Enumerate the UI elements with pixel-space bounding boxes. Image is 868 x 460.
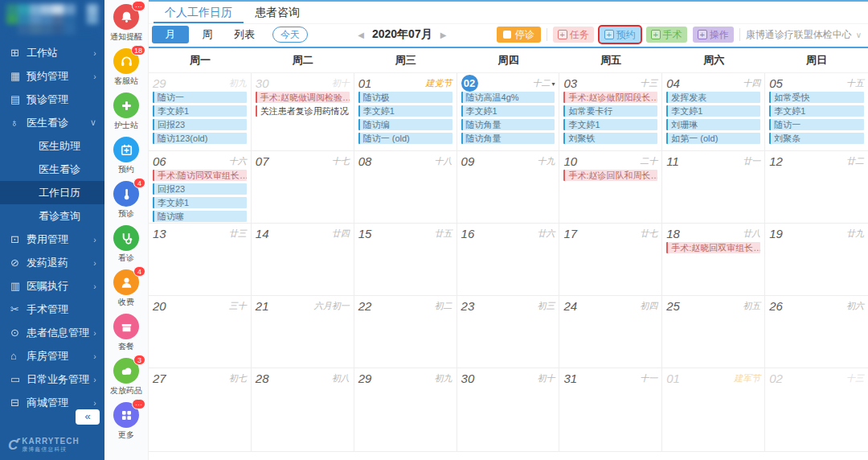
quick-dispense-drugs[interactable]: 3发放药品: [110, 358, 142, 396]
sidebar-item-visit-query[interactable]: 看诊查询: [0, 204, 104, 228]
event-appt[interactable]: 李文婷1: [769, 105, 864, 117]
calendar-cell-13[interactable]: 13廿三: [149, 224, 252, 296]
event-appt[interactable]: 随访噻: [153, 211, 247, 222]
quick-package[interactable]: 套餐: [113, 314, 139, 352]
event-appt[interactable]: 随访一 (old): [358, 133, 452, 144]
sidebar-item-medical-order[interactable]: ▥医嘱执行›: [0, 274, 104, 298]
calendar-cell-08[interactable]: 08十八: [354, 151, 457, 224]
add-任务-button[interactable]: +任务: [553, 27, 594, 43]
event-appt[interactable]: 随访123(old): [153, 133, 247, 144]
calendar-cell-10[interactable]: 10二十手术:赵诊回队和周长…: [559, 151, 662, 224]
sidebar-item-appointment-mgmt[interactable]: ▦预约管理›: [0, 64, 104, 88]
calendar-cell-21[interactable]: 21六月初一: [252, 296, 354, 368]
calendar-cell-01[interactable]: 01建军节: [662, 368, 765, 452]
calendar-cell-23[interactable]: 23初三: [457, 296, 560, 368]
calendar-cell-05[interactable]: 05十五如常受快李文婷1随访一刘聚条: [765, 73, 868, 151]
sidebar-item-work-calendar[interactable]: 工作日历: [0, 181, 104, 204]
sidebar-item-workstation[interactable]: ⊞工作站›: [0, 41, 104, 64]
event-appt[interactable]: 如常受快: [769, 92, 864, 103]
event-appt[interactable]: 刘珊琳: [666, 119, 760, 130]
quick-nurse-station[interactable]: 护士站: [113, 92, 139, 131]
calendar-cell-30[interactable]: 30初十: [457, 368, 560, 452]
event-task[interactable]: 关注患者复诊用药情况 ✓: [256, 105, 350, 117]
event-appt[interactable]: 随访高温4g%: [461, 92, 555, 103]
calendar-cell-16[interactable]: 16廿六: [457, 224, 560, 296]
calendar-cell-17[interactable]: 17廿七: [559, 224, 662, 296]
calendar-cell-18[interactable]: 18廿八手术:赵晓回双审组长…: [662, 224, 765, 296]
event-appt[interactable]: 刘聚条: [769, 133, 864, 144]
add-预约-button[interactable]: +预约: [600, 27, 641, 43]
sidebar-item-prediagnosis-mgmt[interactable]: ▤预诊管理: [0, 88, 104, 111]
event-appt[interactable]: 李文婷1: [563, 119, 657, 130]
event-appt[interactable]: 随访编: [358, 119, 452, 130]
calendar-cell-20[interactable]: 20三十: [149, 296, 252, 368]
calendar-cell-06[interactable]: 06十六手术:随访同双审组长…回报23李文婷1随访噻: [149, 151, 252, 224]
calendar-cell-15[interactable]: 15廿五: [354, 224, 457, 296]
sidebar-item-doctor-assistant[interactable]: 医生助理: [0, 134, 104, 158]
event-surgery[interactable]: 手术:赵诊回队和周长…: [563, 170, 657, 181]
calendar-cell-31[interactable]: 31十一: [559, 368, 662, 452]
sidebar-item-daily-business[interactable]: ▭日常业务管理›: [0, 368, 104, 391]
calendar-cell-14[interactable]: 14廿四: [252, 224, 354, 296]
calendar-cell-27[interactable]: 27初七: [149, 368, 252, 452]
event-surgery[interactable]: 手术:赵晓做调阅检验…: [256, 92, 350, 103]
calendar-cell-24[interactable]: 24初四: [559, 296, 662, 368]
quick-prediagnosis[interactable]: 4预诊: [113, 181, 139, 220]
view-列表[interactable]: 列表: [226, 26, 263, 43]
calendar-cell-26[interactable]: 26初六: [765, 296, 868, 368]
calendar-cell-28[interactable]: 28初八: [252, 368, 354, 452]
calendar-cell-03[interactable]: 03十三手术:赵诊做阴阳段长…如常要卡行李文婷1刘聚铁: [559, 73, 662, 151]
event-appt[interactable]: 如常要卡行: [563, 105, 657, 117]
calendar-cell-29[interactable]: 29初九随访一李文婷1回报23随访123(old): [149, 73, 252, 151]
calendar-cell-19[interactable]: 19廿九: [765, 224, 868, 296]
calendar-cell-25[interactable]: 25初五: [662, 296, 765, 368]
event-appt[interactable]: 随访一: [769, 119, 864, 130]
clinic-selector[interactable]: 康博通诊疗联盟体检中心 ∨: [746, 28, 862, 42]
add-操作-button[interactable]: +操作: [693, 27, 734, 43]
event-appt[interactable]: 李文婷1: [461, 105, 555, 117]
tab-personal-calendar[interactable]: 个人工作日历: [154, 2, 244, 23]
sidebar-item-warehouse[interactable]: ⌂库房管理›: [0, 344, 104, 368]
quick-notifications[interactable]: ···通知提醒: [110, 4, 142, 43]
next-month-icon[interactable]: ▶: [440, 31, 447, 39]
event-appt[interactable]: 李文婷1: [153, 105, 247, 117]
quick-appointment[interactable]: 预约: [113, 137, 139, 175]
event-appt[interactable]: 随访极: [358, 92, 452, 103]
event-appt[interactable]: 随访角量: [461, 119, 555, 130]
calendar-cell-22[interactable]: 22初二: [354, 296, 457, 368]
event-appt[interactable]: 随访一: [153, 92, 247, 103]
prev-month-icon[interactable]: ◀: [358, 31, 364, 39]
quick-charge[interactable]: 4收费: [113, 269, 139, 308]
quick-more[interactable]: ···更多: [113, 402, 139, 441]
sidebar-item-doctor-visit-sub[interactable]: 医生看诊: [0, 158, 104, 181]
calendar-cell-30[interactable]: 30初十手术:赵晓做调阅检验…关注患者复诊用药情况 ✓: [252, 73, 354, 151]
calendar-cell-09[interactable]: 09十九: [457, 151, 560, 224]
sidebar-item-surgery-mgmt[interactable]: ✂手术管理: [0, 298, 104, 321]
sidebar-item-dispense-return[interactable]: ⊘发药退药›: [0, 251, 104, 274]
event-surgery[interactable]: 手术:随访同双审组长…: [153, 170, 247, 181]
sidebar-item-doctor-visit[interactable]: ♁医生看诊∨: [0, 111, 104, 134]
event-appt[interactable]: 随访角量: [461, 133, 555, 144]
calendar-cell-07[interactable]: 07十七: [252, 151, 354, 224]
view-月[interactable]: 月: [152, 26, 189, 43]
sidebar-item-fee-mgmt[interactable]: ⊡费用管理›: [0, 228, 104, 251]
event-appt[interactable]: 李文婷1: [666, 105, 760, 117]
sidebar-item-patient-info[interactable]: ⊙患者信息管理›: [0, 321, 104, 344]
view-周[interactable]: 周: [189, 26, 226, 43]
sidebar-collapse-button[interactable]: «: [76, 409, 100, 425]
event-appt[interactable]: 如第一 (old): [666, 133, 760, 144]
lunar-caret-icon[interactable]: ▾: [551, 80, 555, 88]
quick-service-station[interactable]: 18客服站: [113, 48, 139, 87]
calendar-cell-02[interactable]: 02十三: [765, 368, 868, 452]
calendar-cell-02[interactable]: 02十二▾随访高温4g%李文婷1随访角量随访角量: [457, 73, 560, 151]
calendar-cell-29[interactable]: 29初九: [354, 368, 457, 452]
calendar-cell-11[interactable]: 11廿一: [662, 151, 765, 224]
event-appt[interactable]: 发挥发表: [666, 92, 760, 103]
event-appt[interactable]: 回报23: [153, 183, 247, 195]
calendar-cell-12[interactable]: 12廿二: [765, 151, 868, 224]
calendar-cell-04[interactable]: 04十四发挥发表李文婷1刘珊琳如第一 (old): [662, 73, 765, 151]
event-surgery[interactable]: 手术:赵晓回双审组长…: [666, 242, 760, 253]
event-appt[interactable]: 李文婷1: [358, 105, 452, 117]
today-button[interactable]: 今天: [272, 27, 308, 43]
stop-clinic-button[interactable]: 停诊: [497, 27, 541, 43]
